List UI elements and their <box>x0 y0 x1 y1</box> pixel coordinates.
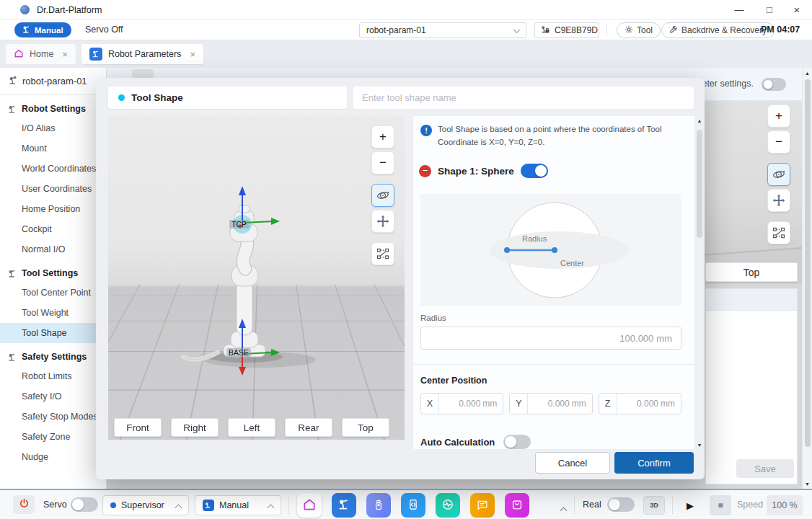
sidebar-item-safety-zone[interactable]: Safety Zone <box>0 427 106 447</box>
panel-scroll-down-icon[interactable]: ▼ <box>695 440 704 449</box>
bottom-bar: Servo Supervisor Manual Real <box>0 489 812 519</box>
view-top-button[interactable]: Top <box>342 418 389 437</box>
auto-calculation-toggle[interactable] <box>503 435 531 449</box>
home-app-icon <box>302 497 317 514</box>
tab-home[interactable]: Home × <box>6 44 76 64</box>
tab-robot-parameters-close-icon[interactable]: × <box>190 49 195 60</box>
close-button[interactable]: × <box>786 0 808 19</box>
sidebar-item-io-alias[interactable]: I/O Alias <box>0 118 106 138</box>
power-button[interactable] <box>13 495 35 514</box>
home-app-button[interactable] <box>297 493 322 518</box>
collapse-apps-icon[interactable] <box>560 507 568 514</box>
message-app-button[interactable] <box>470 493 495 518</box>
sidebar: robot-param-01 Robot Settings I/O Alias … <box>0 68 107 489</box>
section-safety-settings[interactable]: Safety Settings <box>0 343 106 366</box>
bg-zoom-out-button[interactable]: − <box>767 130 790 154</box>
radius-value: 100.000 <box>619 333 653 344</box>
page-scrollbar[interactable]: ▲ ▼ <box>802 68 812 489</box>
section-robot-settings[interactable]: Robot Settings <box>0 95 106 118</box>
section-tool-settings[interactable]: Tool Settings <box>0 260 106 283</box>
sidebar-item-safety-io[interactable]: Safety I/O <box>0 386 106 407</box>
tab-robot-parameters-label: Robot Parameters <box>108 49 181 59</box>
robot-params-app-icon <box>337 498 350 513</box>
play-button[interactable]: ▶ <box>679 495 701 515</box>
backdrive-recovery-button[interactable]: Backdrive & Recovery <box>661 22 775 38</box>
orbit-button[interactable] <box>371 184 394 207</box>
sidebar-item-robot-limits[interactable]: Robot Limits <box>0 366 106 386</box>
sphere-diagram: Radius Center <box>420 194 681 306</box>
view-left-button[interactable]: Left <box>228 418 275 437</box>
bg-orbit-button[interactable] <box>767 163 790 186</box>
shape-name-input[interactable] <box>353 86 694 109</box>
radius-input[interactable]: 100.000 mm <box>420 327 681 350</box>
sidebar-item-normal-io[interactable]: Normal I/O <box>0 239 106 260</box>
jog-app-button[interactable] <box>366 493 391 518</box>
param-dropdown[interactable]: robot-param-01 <box>359 22 526 38</box>
real-mode-toggle[interactable] <box>607 497 635 512</box>
sidebar-item-tool-weight[interactable]: Tool Weight <box>0 303 106 323</box>
code-app-button[interactable] <box>401 493 425 518</box>
tool-button[interactable]: Tool <box>617 22 661 38</box>
tab-robot-parameters[interactable]: Robot Parameters × <box>81 44 203 64</box>
device-id-chip[interactable]: C9E8B79D <box>534 22 599 38</box>
sidebar-item-tool-center-point[interactable]: Tool Center Point <box>0 283 106 303</box>
role-dropdown[interactable]: Supervisor <box>102 495 189 515</box>
panel-scroll-up-icon[interactable]: ▲ <box>695 116 704 125</box>
chevron-down-icon <box>513 26 521 33</box>
mode-dropdown[interactable]: Manual <box>195 495 281 515</box>
bg-top-view-button[interactable]: Top <box>705 262 798 282</box>
servo-toggle[interactable] <box>71 497 98 512</box>
confirm-button[interactable]: Confirm <box>614 452 694 474</box>
tab-home-close-icon[interactable]: × <box>62 49 68 60</box>
bg-pan-button[interactable] <box>767 189 790 212</box>
zoom-in-button[interactable]: + <box>371 125 394 148</box>
center-x-input[interactable]: X 0.000mm <box>420 393 503 414</box>
sidebar-item-mount[interactable]: Mount <box>0 138 106 159</box>
minimize-button[interactable]: — <box>728 0 750 19</box>
page-scrollbar-thumb[interactable] <box>805 79 811 447</box>
sidebar-item-world-coordinates[interactable]: World Coordinates <box>0 159 106 179</box>
bg-measure-button[interactable] <box>767 221 790 244</box>
monitor-app-button[interactable] <box>436 493 460 518</box>
axis-x-label: X <box>421 394 439 414</box>
remove-shape-icon[interactable]: − <box>419 165 431 177</box>
shopping-bag-icon <box>510 497 524 514</box>
modal-3d-viewport[interactable]: TCP BASE + − Front Right Left Rear Top <box>108 116 405 440</box>
scroll-down-icon[interactable]: ▼ <box>803 479 812 489</box>
center-z-input[interactable]: Z 0.000mm <box>599 393 681 414</box>
shape-enable-toggle[interactable] <box>521 164 548 178</box>
pan-button[interactable] <box>371 210 394 233</box>
robot-params-app-button[interactable] <box>332 493 356 518</box>
sidebar-item-user-coordinates[interactable]: User Coordinates <box>0 179 106 199</box>
parameter-settings-toggle[interactable] <box>762 78 786 91</box>
save-button[interactable]: Save <box>736 459 794 478</box>
maximize-button[interactable]: □ <box>759 0 780 19</box>
manual-mode-button[interactable]: Manual <box>14 22 71 37</box>
center-y-input[interactable]: Y 0.000mm <box>509 393 592 414</box>
window-titlebar: Dr.Dart-Platform — □ × <box>0 0 812 20</box>
cancel-button[interactable]: Cancel <box>535 452 610 474</box>
sidebar-item-safety-stop-modes[interactable]: Safety Stop Modes <box>0 407 106 427</box>
store-app-button[interactable] <box>505 493 529 518</box>
zoom-out-button[interactable]: − <box>371 151 394 174</box>
speed-value[interactable]: 100 % <box>767 495 803 515</box>
sidebar-item-nudge[interactable]: Nudge <box>0 447 106 467</box>
sidebar-collapse-button[interactable] <box>132 69 154 78</box>
sidebar-item-tool-shape[interactable]: Tool Shape <box>0 323 106 343</box>
scroll-up-icon[interactable]: ▲ <box>803 68 812 78</box>
view-3d-button[interactable]: 3D <box>643 496 665 515</box>
center-position-fields: X 0.000mm Y 0.000mm Z 0.000mm <box>420 393 681 414</box>
stop-button[interactable]: ■ <box>710 495 731 515</box>
pulse-icon <box>441 497 455 514</box>
bg-zoom-in-button[interactable]: + <box>767 105 790 128</box>
measure-button[interactable] <box>371 242 394 265</box>
base-label: BASE <box>226 348 251 357</box>
view-rear-button[interactable]: Rear <box>285 418 332 437</box>
view-right-button[interactable]: Right <box>171 418 219 437</box>
panel-scrollbar-thumb[interactable] <box>697 130 702 238</box>
remote-control-icon <box>371 497 386 514</box>
view-front-button[interactable]: Front <box>114 418 162 437</box>
sidebar-item-home-position[interactable]: Home Position <box>0 199 106 219</box>
x-unit: mm <box>482 399 497 409</box>
sidebar-item-cockpit[interactable]: Cockpit <box>0 219 106 239</box>
